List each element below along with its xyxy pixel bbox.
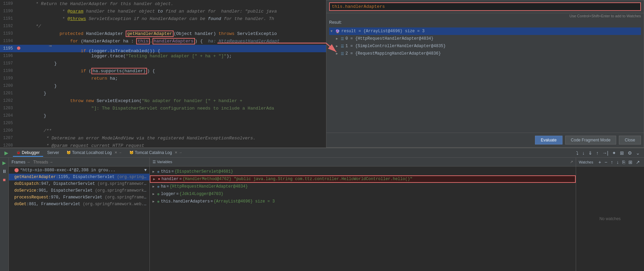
tree-icon-2: ☰ [341, 52, 344, 56]
pause-btn-side[interactable]: ⏸ [1, 168, 8, 175]
close-dialog-button[interactable]: Close [619, 136, 641, 144]
variables-title: ☰ Variables [153, 160, 172, 164]
line-content-1200: } [21, 83, 326, 89]
var-val-logger: {Jdk14Logger@4703} [179, 192, 223, 196]
tab-tomcat-catalina[interactable]: 🐱 Tomcat Catalina Log ✕ → [126, 149, 185, 157]
code-fragment-mode-button[interactable]: Code Fragment Mode [565, 136, 616, 144]
var-arrow-this: ▶ [153, 170, 157, 174]
code-line-1208: 1208 * @param request current HTTP reque… [0, 142, 326, 148]
tomcat-localhost-close[interactable]: ✕ [114, 151, 117, 154]
thread-label: *http-nio-8080-exec-4*@2,398 in grou... [20, 168, 115, 173]
tree-item-1[interactable]: ▶ ☰ 1 = {SimpleControllerHandlerAdapter@… [329, 42, 641, 50]
move-watch-down-btn[interactable]: ↓ [615, 159, 620, 166]
force-step-into-btn[interactable]: ⇓ [587, 150, 594, 156]
code-line-1200: 1200 } [0, 82, 326, 90]
resume-btn-side[interactable]: ▶ [1, 159, 8, 167]
eval-result-tree[interactable]: ▼ 🔮 result = {ArrayList@4696} size = 3 ▶… [326, 26, 644, 133]
eval-hint: Use Control+Shift+Enter to add to Watche… [326, 13, 644, 19]
var-val-ha: {HttpRequestHandlerAdapter@4834} [169, 184, 248, 189]
tree-arrow-result: ▼ [330, 30, 335, 33]
var-eq-ha: = [166, 184, 169, 189]
line-number-1193: 1193 [0, 31, 17, 36]
settings-btn[interactable]: ⚙ [626, 150, 633, 156]
var-ha[interactable]: ▶ ⊕ ha = {HttpRequestHandlerAdapter@4834… [150, 183, 576, 190]
line-number-1205: 1205 [0, 121, 17, 125]
move-watch-up-btn[interactable]: ↑ [609, 159, 614, 166]
frame-thread[interactable]: ⬤ *http-nio-8080-exec-4*@2,398 in grou..… [9, 167, 149, 174]
code-line-1199: 1199 return ha; [0, 75, 326, 82]
stop-btn-side[interactable]: ■ [1, 176, 8, 183]
var-arrow-handleradapters: ▶ [153, 199, 157, 204]
var-arrow-logger: ▶ [153, 192, 157, 196]
var-handler[interactable]: ▶ ● handler = {HandlerMethod@4762} "publ… [150, 175, 576, 183]
eval-expression-input[interactable] [329, 2, 641, 11]
eval-buttons: Evaluate Code Fragment Mode Close [326, 133, 644, 147]
frames-tab[interactable]: Frames → [12, 160, 31, 164]
frame-doget[interactable]: doGet:861, FrameworkServlet (org.springf… [9, 201, 149, 208]
tree-text-1: 1 = {SimpleControllerHandlerAdapter@4835… [345, 44, 446, 49]
tab-debugger-label: Debugger [22, 150, 40, 155]
var-val-handler: {HandlerMethod@4762} "public java.lang.S… [182, 177, 412, 181]
variables-collapse[interactable]: ↗ [570, 160, 573, 164]
tomcat-catalina-close[interactable]: ✕ [175, 151, 177, 154]
frame-class-5: FrameworkServlet [41, 202, 80, 207]
line-number-1202: 1202 [0, 98, 17, 103]
var-eq-this: = [171, 169, 174, 174]
line-content-1204: } [21, 113, 326, 118]
threads-tab[interactable]: Threads → [33, 160, 53, 164]
var-arrow-ha: ▶ [153, 185, 157, 189]
line-number-1203: 1203 [0, 106, 17, 111]
debug-panel: ▶ 🐞 Debugger Server 🐱 Tomcat Localhost L… [0, 148, 644, 271]
collapse-watches-btn[interactable]: ↗ [634, 159, 641, 166]
resume-button[interactable]: ▶ [3, 149, 10, 157]
debug-body: ▶ ⏸ ■ Frames → Threads → ⬤ *http- [0, 158, 644, 271]
code-line-1205: 1205 [0, 119, 326, 127]
step-over-btn[interactable]: ⤵ [575, 150, 580, 156]
eval-result-label: Result: [326, 19, 644, 26]
watches-body: No watches [576, 167, 644, 271]
minimize-btn[interactable]: ⌄ [634, 150, 641, 156]
line-number-1199: 1199 [0, 76, 17, 81]
tree-arrow-2: ▶ [336, 52, 341, 56]
frame-gethandleradapter[interactable]: getHandlerAdapter:1195, DispatcherServle… [9, 174, 149, 180]
evaluate-expression-btn[interactable]: ✦ [611, 150, 618, 156]
frame-processrequest[interactable]: processRequest:970, FrameworkServlet (or… [9, 194, 149, 201]
line-number-1206: 1206 [0, 128, 17, 133]
variables-header: ☰ Variables ↗ [150, 158, 576, 167]
tree-item-2[interactable]: ▶ ☰ 2 = {RequestMappingHandlerAdapter@48… [329, 50, 641, 57]
settings-watch-btn[interactable]: ⊞ [627, 159, 634, 166]
code-line-1206: 1206 /** [0, 127, 326, 134]
tab-debugger[interactable]: 🐞 Debugger [13, 149, 43, 157]
remove-watch-btn[interactable]: − [603, 159, 609, 166]
tree-icon-result: 🔮 [335, 29, 340, 34]
add-watch-btn[interactable]: + [597, 159, 603, 166]
var-this[interactable]: ▶ ⊕ this = {DispatcherServlet@4681} [150, 168, 576, 175]
var-logger[interactable]: ▶ ⊕ logger = {Jdk14Logger@4703} [150, 190, 576, 198]
step-into-btn[interactable]: ↓ [581, 150, 586, 156]
tree-text-result: result = {ArrayList@4696} size = 3 [341, 29, 425, 34]
line-number-1190: 1190 [0, 9, 17, 14]
evaluate-button[interactable]: Evaluate [535, 136, 562, 144]
thread-dropdown[interactable]: ▼ [144, 168, 147, 173]
line-number-1200: 1200 [0, 83, 17, 88]
line-number-1208: 1208 [0, 143, 17, 148]
tree-arrow-1: ▶ [336, 44, 341, 48]
frame-doservice[interactable]: doService:901, DispatcherServlet (org.sp… [9, 187, 149, 194]
restore-layout-btn[interactable]: ⊞ [619, 150, 625, 156]
debugger-icon: 🐞 [16, 151, 20, 154]
tree-text-0: 0 = {HttpRequestHandlerAdapter@4834} [345, 36, 433, 41]
frame-dodispatch[interactable]: doDispatch:947, DispatcherServlet (org.s… [9, 180, 149, 187]
tab-tomcat-localhost[interactable]: 🐱 Tomcat Localhost Log ✕ → [63, 149, 125, 157]
tree-item-result[interactable]: ▼ 🔮 result = {ArrayList@4696} size = 3 [329, 27, 641, 35]
var-name-this: this [161, 169, 171, 174]
copy-watch-btn[interactable]: ⎘ [621, 159, 626, 166]
tab-server[interactable]: Server [44, 149, 62, 157]
step-out-btn[interactable]: ↑ [595, 150, 600, 156]
var-this-handleradapters[interactable]: ▶ ⊕ this.handlerAdapters = {ArrayList@46… [150, 198, 576, 205]
frame-method-3: doService [14, 188, 36, 193]
tree-item-0[interactable]: ▶ ☰ 0 = {HttpRequestHandlerAdapter@4834} [329, 35, 641, 42]
var-icon-handler: ● [158, 177, 160, 181]
var-name-logger: logger [161, 192, 176, 196]
line-number-1197: 1197 [0, 61, 17, 66]
run-to-cursor-btn[interactable]: →| [601, 150, 610, 156]
